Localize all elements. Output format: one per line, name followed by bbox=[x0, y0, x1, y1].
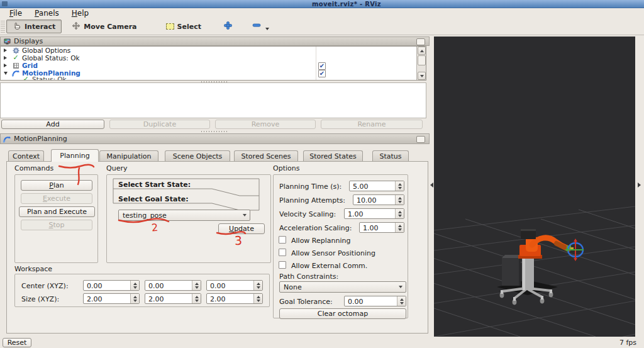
spin-arrows[interactable] bbox=[395, 195, 404, 205]
select-tool-button[interactable]: Select bbox=[160, 20, 208, 33]
tab-stored-states[interactable]: Stored States bbox=[303, 150, 363, 161]
spin-arrows[interactable] bbox=[395, 181, 404, 191]
goal-tolerance-label: Goal Tolerance: bbox=[279, 298, 333, 306]
scroll-down-button[interactable] bbox=[418, 72, 426, 80]
displays-panel-title: Displays bbox=[14, 37, 43, 45]
size-x-spinbox[interactable]: 2.00 bbox=[83, 293, 140, 304]
planning-tab-page: Commands Plan Execute Plan and Execute S… bbox=[6, 161, 428, 334]
menu-file[interactable]: File bbox=[4, 9, 28, 18]
tree-row-grid[interactable]: Grid bbox=[1, 62, 426, 69]
goal-state-combobox[interactable]: testing_pose bbox=[118, 210, 250, 221]
select-goal-state-header[interactable]: Select Goal State: bbox=[118, 195, 189, 203]
collapse-right-arrow[interactable] bbox=[638, 182, 641, 188]
center-z-spinbox[interactable]: 0.00 bbox=[206, 280, 263, 291]
chevron-down-icon bbox=[240, 214, 250, 216]
window-titlebar: moveit.rviz* - RViz bbox=[0, 0, 644, 8]
status-ok-check-icon: ✓ bbox=[12, 54, 19, 62]
add-display-button[interactable]: Add bbox=[1, 120, 104, 129]
spin-arrows[interactable] bbox=[253, 281, 262, 290]
planning-time-spinbox[interactable]: 5.00 bbox=[349, 181, 404, 191]
select-start-state-header[interactable]: Select Start State: bbox=[118, 181, 191, 189]
stop-button: Stop bbox=[21, 220, 92, 230]
collapse-left-arrow[interactable] bbox=[430, 182, 433, 188]
expander-collapsed-icon[interactable] bbox=[4, 48, 9, 52]
spin-arrows[interactable] bbox=[395, 223, 404, 232]
move-camera-tool-button[interactable]: Move Camera bbox=[65, 20, 143, 33]
tree-row-global-status[interactable]: ✓ Global Status: Ok bbox=[1, 54, 426, 62]
displays-panel-header[interactable]: Displays bbox=[0, 36, 430, 46]
tab-manipulation[interactable]: Manipulation bbox=[99, 150, 158, 161]
center-y-spinbox[interactable]: 0.00 bbox=[145, 280, 201, 291]
velocity-scaling-label: Velocity Scaling: bbox=[279, 210, 336, 218]
size-z-spinbox[interactable]: 2.00 bbox=[206, 293, 263, 304]
acceleration-scaling-spinbox[interactable]: 1.00 bbox=[359, 222, 404, 233]
tree-row-partial[interactable]: ✓ Status: Ok bbox=[1, 77, 426, 81]
tree-row-label: Global Options bbox=[22, 47, 70, 54]
add-tool-button[interactable] bbox=[218, 20, 238, 33]
grid-icon bbox=[12, 63, 19, 69]
motionplanning-panel-float-button[interactable] bbox=[416, 136, 425, 143]
motionplanning-enabled-checkbox[interactable]: ✔ bbox=[318, 70, 326, 77]
allow-sensor-positioning-checkbox[interactable] bbox=[279, 249, 286, 256]
remove-display-button: Remove bbox=[215, 120, 316, 129]
allow-external-comm-label: Allow External Comm. bbox=[291, 262, 367, 270]
plan-button[interactable]: Plan bbox=[21, 180, 92, 191]
tab-status[interactable]: Status bbox=[372, 150, 409, 161]
tab-stored-scenes[interactable]: Stored Scenes bbox=[234, 150, 298, 161]
tree-scrollbar[interactable] bbox=[416, 47, 426, 80]
options-section-label: Options bbox=[273, 164, 299, 172]
planning-time-label: Planning Time (s): bbox=[279, 182, 341, 191]
spin-arrows[interactable] bbox=[192, 281, 201, 290]
allow-replanning-checkbox[interactable] bbox=[279, 236, 286, 244]
displays-panel-float-button[interactable] bbox=[416, 38, 425, 45]
robot-arm bbox=[518, 229, 574, 259]
remove-tool-button[interactable] bbox=[246, 20, 275, 33]
interact-tool-button[interactable]: Interact bbox=[6, 20, 62, 33]
displays-tree: Global Options ✓ Global Status: Ok Grid … bbox=[0, 46, 426, 81]
scroll-thumb[interactable] bbox=[418, 55, 426, 65]
motionplanning-panel-title: MotionPlanning bbox=[14, 135, 67, 143]
tab-context[interactable]: Context bbox=[8, 150, 44, 161]
tab-scene-objects[interactable]: Scene Objects bbox=[165, 150, 230, 161]
plan-and-execute-button[interactable]: Plan and Execute bbox=[19, 206, 95, 217]
spin-arrows[interactable] bbox=[130, 281, 139, 290]
tool-dropdown-caret-icon[interactable] bbox=[265, 28, 269, 30]
path-constraints-combobox[interactable]: None bbox=[279, 281, 406, 293]
menu-panels[interactable]: Panels bbox=[29, 9, 65, 18]
expander-expanded-icon[interactable] bbox=[4, 72, 9, 75]
planning-attempts-label: Planning Attempts: bbox=[279, 196, 345, 205]
motionplanning-panel-header[interactable]: MotionPlanning bbox=[0, 133, 430, 144]
size-y-spinbox[interactable]: 2.00 bbox=[145, 293, 201, 304]
splitter-handle[interactable] bbox=[201, 131, 229, 132]
3d-viewport[interactable] bbox=[434, 36, 635, 337]
tab-planning[interactable]: Planning bbox=[51, 149, 99, 162]
goal-tolerance-spinbox[interactable]: 0.00 bbox=[344, 296, 406, 306]
expander-collapsed-icon[interactable] bbox=[4, 64, 9, 67]
menubar: File Panels Help bbox=[0, 9, 644, 18]
interact-tool-label: Interact bbox=[25, 23, 55, 31]
velocity-scaling-spinbox[interactable]: 1.00 bbox=[344, 208, 404, 219]
tree-row-label: Global Status: Ok bbox=[22, 54, 80, 62]
spin-arrows[interactable] bbox=[397, 296, 406, 306]
gear-icon bbox=[12, 47, 19, 54]
planning-attempts-spinbox[interactable]: 10.00 bbox=[353, 194, 404, 205]
menu-help[interactable]: Help bbox=[66, 9, 94, 18]
select-tool-label: Select bbox=[177, 23, 201, 31]
center-x-spinbox[interactable]: 0.00 bbox=[83, 280, 140, 291]
spin-arrows[interactable] bbox=[192, 294, 201, 303]
tree-row-motionplanning[interactable]: MotionPlanning bbox=[1, 69, 426, 77]
expander-collapsed-icon[interactable] bbox=[4, 56, 9, 60]
spin-arrows[interactable] bbox=[395, 209, 404, 218]
clear-octomap-button[interactable]: Clear octomap bbox=[279, 308, 406, 319]
interact-hand-icon bbox=[13, 21, 21, 32]
toolbar-grip[interactable] bbox=[1, 20, 5, 33]
update-button[interactable]: Update bbox=[218, 223, 265, 234]
spin-arrows[interactable] bbox=[253, 294, 262, 303]
tree-row-global-options[interactable]: Global Options bbox=[1, 47, 426, 54]
reset-button[interactable]: Reset bbox=[3, 338, 31, 347]
scroll-up-button[interactable] bbox=[418, 47, 426, 55]
spin-arrows[interactable] bbox=[130, 294, 139, 303]
grid-enabled-checkbox[interactable]: ✔ bbox=[318, 62, 326, 70]
allow-external-comm-checkbox[interactable] bbox=[279, 261, 286, 269]
acceleration-scaling-label: Acceleration Scaling: bbox=[279, 224, 352, 232]
